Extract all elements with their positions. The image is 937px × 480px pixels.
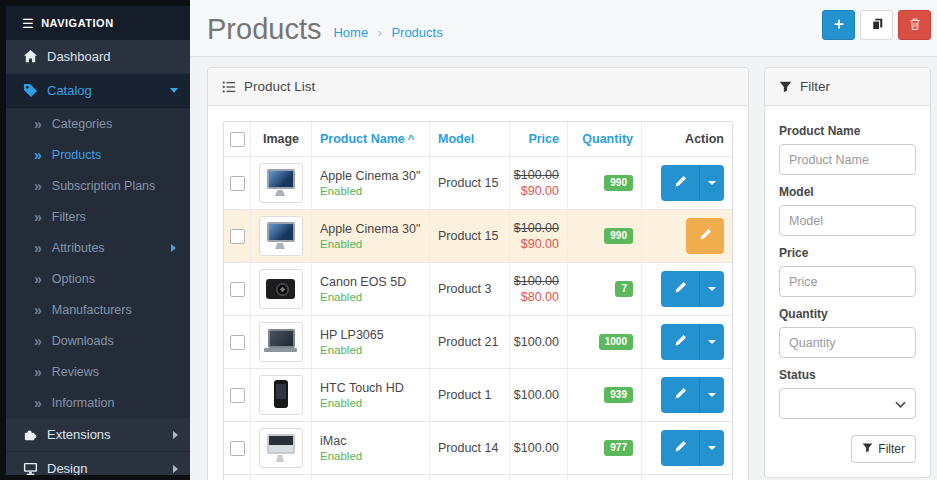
caret-down-icon <box>708 340 716 344</box>
breadcrumb-current-link[interactable]: Products <box>391 25 442 40</box>
table-row: HTC Touch HD Enabled Product 1 $100.00 9… <box>224 369 732 422</box>
product-status: Enabled <box>320 238 421 250</box>
row-checkbox[interactable] <box>230 441 245 456</box>
edit-split-button[interactable] <box>661 324 724 360</box>
edit-button[interactable] <box>661 165 699 201</box>
price-new: $90.00 <box>521 184 559 198</box>
home-icon <box>22 49 38 65</box>
column-model[interactable]: Model <box>438 132 474 146</box>
filter-input-model[interactable] <box>779 205 916 236</box>
product-image <box>259 269 303 309</box>
product-model: Product 21 <box>430 316 510 368</box>
chevron-right-icon <box>173 431 178 439</box>
breadcrumb-home-link[interactable]: Home <box>333 25 368 40</box>
filter-input-quantity[interactable] <box>779 327 916 358</box>
double-chevron-icon: » <box>34 302 42 318</box>
edit-dropdown-toggle[interactable] <box>699 377 724 413</box>
product-name: HP LP3065 <box>320 328 421 342</box>
column-product-name[interactable]: Product Name^ <box>320 132 414 146</box>
sidebar-subitem-downloads[interactable]: » Downloads <box>6 325 190 356</box>
edit-button[interactable] <box>661 324 699 360</box>
plus-icon <box>832 17 846 34</box>
chevron-right-icon <box>171 244 176 252</box>
copy-button[interactable] <box>860 10 893 40</box>
sidebar-item-dashboard[interactable]: Dashboard <box>6 40 190 74</box>
row-checkbox[interactable] <box>230 388 245 403</box>
price: $100.00 <box>514 388 559 402</box>
product-name: iMac <box>320 434 421 448</box>
edit-dropdown-toggle[interactable] <box>699 165 724 201</box>
edit-button[interactable] <box>661 271 699 307</box>
pencil-icon <box>674 334 687 350</box>
filter-field-label: Status <box>779 368 916 382</box>
edit-dropdown-toggle[interactable] <box>699 271 724 307</box>
product-model: Product 15 <box>430 210 510 262</box>
sidebar-subitem-manufacturers[interactable]: » Manufacturers <box>6 294 190 325</box>
filter-status-select[interactable] <box>779 388 916 419</box>
product-image <box>259 322 303 362</box>
page-title: Products <box>207 12 321 46</box>
product-model: Product 14 <box>430 422 510 474</box>
trash-icon <box>908 17 922 34</box>
filter-button[interactable]: Filter <box>851 435 916 463</box>
sidebar-navigation-header: ☰ NAVIGATION <box>6 6 190 40</box>
product-status: Enabled <box>320 450 421 462</box>
funnel-icon <box>779 80 792 93</box>
price-old: $100.00 <box>514 221 559 235</box>
row-checkbox[interactable] <box>230 176 245 191</box>
edit-button-active[interactable] <box>686 218 724 254</box>
column-quantity[interactable]: Quantity <box>582 132 633 146</box>
product-list-title: Product List <box>244 79 315 94</box>
sidebar-subitem-options[interactable]: » Options <box>6 263 190 294</box>
edit-split-button[interactable] <box>661 165 724 201</box>
pencil-icon <box>674 281 687 297</box>
select-all-checkbox[interactable] <box>230 132 245 147</box>
row-checkbox[interactable] <box>230 229 245 244</box>
row-checkbox[interactable] <box>230 282 245 297</box>
double-chevron-icon: » <box>34 395 42 411</box>
edit-split-button[interactable] <box>661 377 724 413</box>
row-checkbox[interactable] <box>230 335 245 350</box>
double-chevron-icon: » <box>34 209 42 225</box>
filter-input-product-name[interactable] <box>779 144 916 175</box>
sidebar-item-catalog[interactable]: Catalog <box>6 74 190 108</box>
edit-split-button[interactable] <box>661 271 724 307</box>
copy-icon <box>870 17 884 34</box>
edit-split-button[interactable] <box>661 430 724 466</box>
add-product-button[interactable] <box>822 10 855 40</box>
chevron-down-icon <box>895 395 906 413</box>
pencil-icon <box>699 228 712 244</box>
sidebar-subitem-subscription-plans[interactable]: » Subscription Plans <box>6 170 190 201</box>
double-chevron-icon: » <box>34 178 42 194</box>
tag-icon <box>22 83 38 99</box>
column-image: Image <box>263 132 299 146</box>
sidebar-item-extensions[interactable]: Extensions <box>6 418 190 452</box>
content-area: Product List Image Product Name^ Model P… <box>190 57 937 480</box>
sidebar-item-design[interactable]: Design <box>6 452 190 480</box>
edit-button[interactable] <box>661 430 699 466</box>
column-action: Action <box>685 132 724 146</box>
pencil-icon <box>674 175 687 191</box>
table-row: Apple Cinema 30" Enabled Product 15 $100… <box>224 157 732 210</box>
sidebar-subitem-categories[interactable]: » Categories <box>6 108 190 139</box>
sidebar-subitem-reviews[interactable]: » Reviews <box>6 356 190 387</box>
caret-down-icon <box>708 181 716 185</box>
sidebar-subitem-products[interactable]: » Products <box>6 139 190 170</box>
edit-dropdown-toggle[interactable] <box>699 430 724 466</box>
sort-asc-icon: ^ <box>408 133 414 145</box>
quantity-badge: 939 <box>604 387 633 403</box>
quantity-badge: 977 <box>604 440 633 456</box>
product-name: Apple Cinema 30" <box>320 169 421 183</box>
sidebar-subitem-attributes[interactable]: » Attributes <box>6 232 190 263</box>
sidebar-subitem-filters[interactable]: » Filters <box>6 201 190 232</box>
quantity-badge: 1000 <box>599 334 633 350</box>
filter-input-price[interactable] <box>779 266 916 297</box>
product-image <box>259 216 303 256</box>
sidebar-subitem-information[interactable]: » Information <box>6 387 190 418</box>
delete-button[interactable] <box>898 10 931 40</box>
column-price[interactable]: Price <box>528 132 559 146</box>
edit-dropdown-toggle[interactable] <box>699 324 724 360</box>
edit-button[interactable] <box>661 377 699 413</box>
product-list-heading: Product List <box>208 68 748 106</box>
sidebar-menu: Dashboard Catalog » Categories » Product… <box>6 40 190 480</box>
